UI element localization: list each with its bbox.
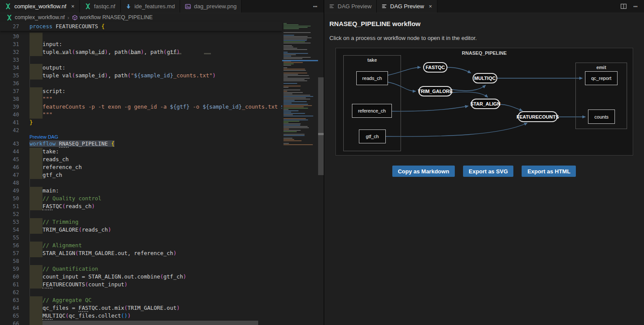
dag-node-counts[interactable]: counts xyxy=(588,109,615,124)
code-line-41[interactable]: 41} xyxy=(0,119,282,126)
code-text: FEATURECOUNTS(count_input) xyxy=(30,281,128,289)
minimap-line xyxy=(283,46,293,47)
code-line-63[interactable]: 63 // Aggregate QC xyxy=(0,296,282,304)
code-line-59[interactable]: 59 // Quantification xyxy=(0,265,282,273)
dag-node-reads_ch[interactable]: reads_ch xyxy=(356,71,388,85)
code-line-55[interactable]: 55 xyxy=(0,234,282,242)
code-text: count_input = STAR_ALIGN.out.combine(gtf… xyxy=(30,273,186,281)
code-line-35[interactable]: 35 tuple val(sample_id), path("${sample_… xyxy=(0,72,282,80)
code-editor[interactable]: 3031 input:32 tuple val(sample_id), path… xyxy=(0,22,282,325)
code-line-52[interactable]: 52 xyxy=(0,210,282,218)
codelens-preview-dag[interactable]: Preview DAG xyxy=(30,134,58,140)
dag-node-reference_ch[interactable]: reference_ch xyxy=(352,104,392,118)
breadcrumb-symbol[interactable]: workflow RNASEQ_PIPELINE xyxy=(80,14,153,20)
code-line-36[interactable]: 36 xyxy=(0,80,282,87)
code-line-47[interactable]: 47 gtf_ch xyxy=(0,171,282,179)
nextflow-icon xyxy=(5,3,11,10)
code-line-58[interactable]: 58 xyxy=(0,257,282,265)
code-line-34[interactable]: 34 output: xyxy=(0,64,282,72)
minimap-line xyxy=(283,58,302,59)
minimap-line xyxy=(283,113,305,114)
vertical-scrollbar-thumb[interactable] xyxy=(318,77,324,175)
code-text: featureCounts -p -t exon -g gene_id -a $… xyxy=(30,103,282,111)
minimap-line xyxy=(283,91,287,92)
tab-complex-workflow-nf[interactable]: complex_workflow.nf× xyxy=(0,0,80,13)
close-icon[interactable]: × xyxy=(71,3,75,9)
horizontal-scrollbar-thumb[interactable] xyxy=(33,321,258,325)
code-text: // Aggregate QC xyxy=(30,296,92,304)
line-number: 59 xyxy=(0,265,19,273)
code-line-32[interactable]: 32 tuple val(sample_id), path(bam), path… xyxy=(0,48,282,56)
code-line-49[interactable]: 49 main: xyxy=(0,187,282,195)
code-line-33[interactable]: 33 xyxy=(0,56,282,64)
line-number: 53 xyxy=(0,218,19,226)
minimap-line xyxy=(283,76,288,77)
line-number: 39 xyxy=(0,103,19,111)
line-number: 48 xyxy=(0,179,19,187)
tab-fastqc-nf[interactable]: fastqc.nf xyxy=(80,0,121,13)
dag-node-TRIM_GALORE[interactable]: TRIM_GALORE xyxy=(418,86,452,96)
panel-more-actions-icon[interactable]: ⋯ xyxy=(633,2,638,10)
close-icon[interactable]: × xyxy=(429,3,432,9)
code-text: // Alignment xyxy=(30,242,82,249)
sticky-scroll-line[interactable]: 27 process FEATURECOUNTS { xyxy=(0,22,282,31)
code-line-39[interactable]: 39 featureCounts -p -t exon -g gene_id -… xyxy=(0,103,282,111)
code-line-37[interactable]: 37 script: xyxy=(0,87,282,95)
more-actions-icon[interactable]: ⋯ xyxy=(313,2,318,10)
export-as-svg-button[interactable]: Export as SVG xyxy=(463,166,513,177)
code-line-62[interactable]: 62 xyxy=(0,289,282,296)
dag-node-qc_report[interactable]: qc_report xyxy=(585,71,618,85)
line-number: 37 xyxy=(0,87,19,95)
code-line-54[interactable]: 54 TRIM_GALORE(reads_ch) xyxy=(0,226,282,234)
line-number: 64 xyxy=(0,304,19,312)
minimap[interactable] xyxy=(282,22,318,325)
dag-node-MULTIQC[interactable]: MULTIQC xyxy=(473,73,497,83)
split-editor-icon[interactable] xyxy=(620,3,627,10)
code-line-40[interactable]: 40 """ xyxy=(0,111,282,119)
minimap-line xyxy=(283,106,304,107)
tab-dag-preview[interactable]: DAG Preview× xyxy=(377,0,437,13)
minimap-line xyxy=(283,90,300,90)
minimap-line xyxy=(283,24,299,25)
code-line-30[interactable]: 30 xyxy=(0,33,282,40)
code-text: // Trimming xyxy=(30,218,79,226)
page-subtitle: Click on a process or workflow node to o… xyxy=(329,35,477,41)
dag-node-STAR_ALIGN[interactable]: STAR_ALIGN xyxy=(471,99,500,109)
code-line-65[interactable]: 65 MULTIQC(qc_files.collect()) xyxy=(0,312,282,320)
code-line-48[interactable]: 48 xyxy=(0,179,282,187)
minimap-line xyxy=(283,70,306,71)
code-line-51[interactable]: 51 FASTQC(reads_ch) xyxy=(0,202,282,210)
code-line-42[interactable]: 42 xyxy=(0,126,282,134)
tab-dag-preview[interactable]: DAG Preview xyxy=(324,0,377,13)
code-line-46[interactable]: 46 reference_ch xyxy=(0,163,282,171)
code-line-43[interactable]: 43workflow RNASEQ_PIPELINE { xyxy=(0,140,282,148)
export-as-html-button[interactable]: Export as HTML xyxy=(522,166,576,177)
tab-ide-features-md[interactable]: ide_features.md xyxy=(121,0,180,13)
code-line-61[interactable]: 61 FEATURECOUNTS(count_input) xyxy=(0,281,282,289)
minimap-line xyxy=(283,101,307,102)
minimap-line xyxy=(283,122,289,123)
minimap-line xyxy=(283,87,289,88)
copy-as-markdown-button[interactable]: Copy as Markdown xyxy=(392,166,455,177)
code-line-60[interactable]: 60 count_input = STAR_ALIGN.out.combine(… xyxy=(0,273,282,281)
dag-node-FEATURECOUNTS[interactable]: FEATURECOUNTS xyxy=(518,111,558,122)
code-line-45[interactable]: 45 reads_ch xyxy=(0,156,282,163)
line-number: 42 xyxy=(0,126,19,134)
dag-node-gtf_ch[interactable]: gtf_ch xyxy=(359,129,386,143)
code-line-50[interactable]: 50 // Quality control xyxy=(0,195,282,202)
code-line-56[interactable]: 56 // Alignment xyxy=(0,242,282,249)
line-number: 54 xyxy=(0,226,19,234)
code-line-53[interactable]: 53 // Trimming xyxy=(0,218,282,226)
code-line-57[interactable]: 57 STAR_ALIGN(TRIM_GALORE.out, reference… xyxy=(0,249,282,257)
tab-dag-preview-png[interactable]: dag_preview.png xyxy=(180,0,242,13)
code-line-64[interactable]: 64 qc_files = FASTQC.out.mix(TRIM_GALORE… xyxy=(0,304,282,312)
code-line-44[interactable]: 44 take: xyxy=(0,148,282,156)
dag-node-FASTQC[interactable]: FASTQC xyxy=(423,62,447,73)
panel-tab-bar: DAG PreviewDAG Preview× ⋯ xyxy=(324,0,644,13)
minimap-line xyxy=(283,52,288,53)
code-text: tuple val(sample_id), path(bam), path(gt… xyxy=(30,48,180,56)
code-text: tuple val(sample_id), path("${sample_id}… xyxy=(30,72,216,80)
code-line-38[interactable]: 38 """ xyxy=(0,95,282,103)
breadcrumb-file[interactable]: complex_workflow.nf xyxy=(15,14,65,20)
code-line-31[interactable]: 31 input: xyxy=(0,40,282,48)
